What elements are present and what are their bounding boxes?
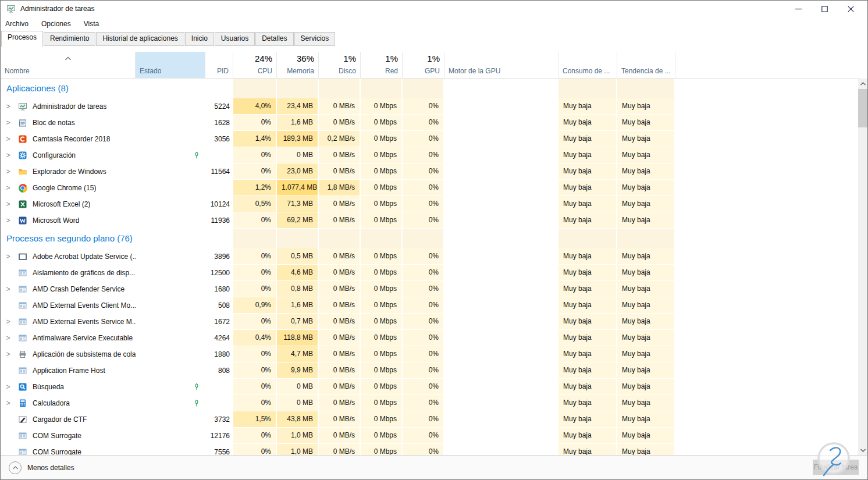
- vertical-scrollbar[interactable]: [858, 79, 867, 455]
- process-row[interactable]: >Búsqueda0%0 MB0 MB/s0 Mbps0%Muy bajaMuy…: [1, 379, 859, 395]
- column-header-cpu[interactable]: 24% CPU: [233, 52, 277, 78]
- process-row[interactable]: Application Frame Host8080%9,9 MB0 MB/s0…: [1, 362, 859, 379]
- expand-chevron-icon[interactable]: >: [4, 168, 12, 176]
- estado-cell: [136, 248, 205, 265]
- process-row[interactable]: >Microsoft Word119360%69,2 MB0 MB/s0 Mbp…: [1, 212, 859, 229]
- group-header-row[interactable]: Aplicaciones (8): [1, 79, 859, 98]
- memoria-cell: 1.077,4 MB: [277, 180, 318, 196]
- cpu-cell: 0%: [233, 362, 276, 379]
- process-row[interactable]: >Google Chrome (15)1,2%1.077,4 MB1,8 MB/…: [1, 180, 859, 196]
- process-row[interactable]: Cargador de CTF37321,5%43,8 MB0 MB/s0 Mb…: [1, 411, 859, 428]
- less-details-toggle[interactable]: Menos detalles: [9, 461, 74, 474]
- scroll-up-arrow-icon[interactable]: [858, 79, 867, 88]
- group-header-row[interactable]: Procesos en segundo plano (76): [1, 229, 859, 248]
- disco-cell: 0 MB/s: [319, 362, 360, 379]
- process-row[interactable]: >AMD Crash Defender Service16800%0,8 MB0…: [1, 281, 859, 297]
- process-row[interactable]: >Configuración0%0 MB0 MB/s0 Mbps0%Muy ba…: [1, 147, 859, 163]
- process-row[interactable]: >Aplicación de subsistema de cola18800%4…: [1, 346, 859, 362]
- gpu-engine-cell: [444, 196, 557, 212]
- process-name: AMD External Events Client Mo...: [33, 301, 136, 310]
- expand-chevron-icon[interactable]: >: [4, 200, 12, 208]
- tab-rendimiento[interactable]: Rendimiento: [44, 32, 95, 46]
- estado-cell: [136, 395, 205, 411]
- expand-chevron-icon[interactable]: >: [4, 350, 12, 358]
- tab-historial-de-aplicaciones[interactable]: Historial de aplicaciones: [96, 32, 184, 46]
- gpu-cell: 0%: [403, 131, 443, 147]
- footer-bar: Menos detalles Finalizar tarea: [1, 455, 867, 479]
- column-header-gpu[interactable]: 1% GPU: [403, 52, 444, 78]
- process-row[interactable]: >Microsoft Excel (2)101240,5%71,3 MB0 MB…: [1, 196, 859, 212]
- memoria-cell: 69,2 MB: [277, 212, 318, 229]
- process-row[interactable]: >Adobe Acrobat Update Service (...38960%…: [1, 248, 859, 265]
- expand-chevron-icon[interactable]: >: [4, 318, 12, 326]
- column-header-disco[interactable]: 1% Disco: [319, 52, 361, 78]
- expand-chevron-icon[interactable]: >: [4, 285, 12, 293]
- disco-cell: 0 MB/s: [319, 346, 360, 362]
- minimize-button[interactable]: [785, 1, 812, 17]
- column-header-tendencia[interactable]: Tendencia de ...: [617, 52, 675, 78]
- gpu-engine-cell: [444, 411, 557, 428]
- process-name: Bloc de notas: [33, 119, 75, 127]
- process-row[interactable]: >AMD External Events Service M...16720%0…: [1, 314, 859, 330]
- memoria-cell: 1,6 MB: [277, 115, 318, 131]
- column-header-consumo[interactable]: Consumo de ...: [558, 52, 617, 78]
- process-row[interactable]: >Bloc de notas16280%1,6 MB0 MB/s0 Mbps0%…: [1, 115, 859, 131]
- scrollbar-thumb[interactable]: [858, 89, 867, 127]
- expand-chevron-icon[interactable]: >: [4, 334, 12, 342]
- process-row[interactable]: >Administrador de tareas52244,0%23,4 MB0…: [1, 98, 859, 115]
- tab-servicios[interactable]: Servicios: [294, 32, 336, 46]
- tendencia-cell: Muy baja: [617, 314, 674, 330]
- process-row[interactable]: >Antimalware Service Executable42640,4%1…: [1, 330, 859, 346]
- column-header-motor-gpu[interactable]: Motor de la GPU: [444, 52, 558, 78]
- memoria-cell: 0 MB: [277, 147, 318, 163]
- expand-chevron-icon[interactable]: >: [4, 216, 12, 225]
- process-row[interactable]: COM Surrogate75560%1,0 MB0 MB/s0 Mbps0%M…: [1, 444, 859, 455]
- tab-usuarios[interactable]: Usuarios: [215, 32, 255, 46]
- expand-chevron-icon[interactable]: >: [4, 119, 12, 127]
- scroll-down-arrow-icon[interactable]: [858, 445, 867, 455]
- end-task-button[interactable]: Finalizar tarea: [813, 460, 859, 475]
- tab-procesos[interactable]: Procesos: [1, 31, 43, 47]
- column-header-memoria[interactable]: 36% Memoria: [277, 52, 319, 78]
- app-window-icon: [18, 268, 27, 278]
- red-cell: 0 Mbps: [361, 444, 401, 455]
- expand-chevron-icon[interactable]: >: [4, 383, 12, 391]
- pid-cell: 7556: [205, 444, 233, 455]
- cpu-cell: 0%: [233, 379, 276, 395]
- expand-chevron-icon[interactable]: >: [4, 253, 12, 261]
- column-header-estado[interactable]: Estado: [136, 52, 205, 78]
- tendencia-cell: Muy baja: [617, 362, 674, 379]
- title-bar[interactable]: Administrador de tareas: [1, 1, 867, 17]
- group-title: Aplicaciones (8): [1, 79, 69, 98]
- memoria-cell: 0,7 MB: [277, 314, 318, 330]
- close-button[interactable]: [838, 1, 864, 17]
- pid-cell: 12500: [205, 265, 233, 281]
- process-name: Configuración: [33, 151, 76, 159]
- column-header-pid[interactable]: PID: [205, 52, 233, 78]
- cpu-cell: 0%: [233, 428, 276, 444]
- tab-detalles[interactable]: Detalles: [255, 32, 293, 46]
- menu-item-opciones[interactable]: Opciones: [35, 18, 77, 30]
- process-row[interactable]: >Calculadora0%0 MB0 MB/s0 Mbps0%Muy baja…: [1, 395, 859, 411]
- process-row[interactable]: COM Surrogate121760%1,0 MB0 MB/s0 Mbps0%…: [1, 428, 859, 444]
- process-row[interactable]: >Camtasia Recorder 201830561,4%189,3 MB0…: [1, 131, 859, 147]
- process-row[interactable]: >Explorador de Windows115640%23,0 MB0 MB…: [1, 163, 859, 180]
- expand-chevron-icon[interactable]: >: [4, 135, 12, 143]
- estado-cell: [136, 98, 205, 115]
- tab-inicio[interactable]: Inicio: [185, 32, 214, 46]
- menu-item-vista[interactable]: Vista: [77, 18, 105, 30]
- estado-cell: [136, 379, 205, 395]
- expand-chevron-icon[interactable]: >: [4, 151, 12, 159]
- process-row[interactable]: Aislamiento de gráficos de disp...125000…: [1, 265, 859, 281]
- expand-chevron-icon[interactable]: >: [4, 184, 12, 192]
- expand-chevron-icon[interactable]: >: [4, 102, 12, 111]
- column-header-red[interactable]: 1% Red: [361, 52, 403, 78]
- menu-item-archivo[interactable]: Archivo: [1, 18, 35, 30]
- maximize-button[interactable]: [812, 1, 838, 17]
- red-cell: 0 Mbps: [361, 196, 401, 212]
- process-row[interactable]: AMD External Events Client Mo...5080,9%1…: [1, 297, 859, 314]
- column-header-nombre[interactable]: Nombre: [1, 52, 136, 78]
- expand-chevron-icon[interactable]: >: [4, 399, 12, 407]
- gpu-cell: 0%: [403, 98, 443, 115]
- consumo-cell: Muy baja: [558, 444, 616, 455]
